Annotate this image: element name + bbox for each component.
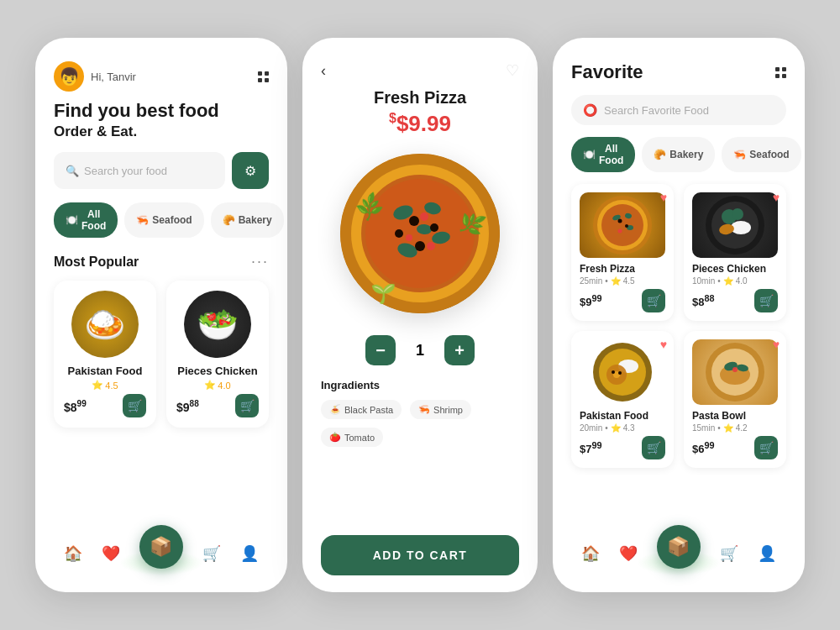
nav-cart-icon[interactable]: 🛒 xyxy=(202,544,221,563)
favorites-title: Favorite xyxy=(571,61,643,83)
svg-point-22 xyxy=(618,219,622,223)
favorite-heart-icon[interactable]: ♥ xyxy=(660,191,667,204)
food-price-row: $999 🛒 xyxy=(580,289,665,312)
bottom-nav: 🏠 ❤️ 📦 🛒 👤 xyxy=(571,518,786,575)
star-icon: ⭐ xyxy=(204,380,216,391)
food-title: Fresh Pizza xyxy=(321,88,519,108)
svg-point-9 xyxy=(409,216,419,226)
food-meta: 20min • ⭐ 4.3 xyxy=(580,423,665,433)
svg-point-3 xyxy=(365,179,475,288)
star-icon: ⭐ xyxy=(611,276,621,286)
tab-seafood[interactable]: 🦐 Seafood xyxy=(124,202,203,238)
svg-point-18 xyxy=(601,204,643,246)
search-icon: ⭕ xyxy=(583,103,597,117)
star-icon: ⭐ xyxy=(92,380,103,391)
fav-card-pasta: ♥ Pasta Bowl 15min • ⭐ 4.2 xyxy=(684,331,786,468)
svg-point-37 xyxy=(618,371,622,375)
favorite-heart-icon[interactable]: ♥ xyxy=(773,338,780,351)
nav-heart-icon[interactable]: ❤️ xyxy=(102,544,120,563)
menu-icon[interactable] xyxy=(775,67,786,78)
headline2: Order & Eat. xyxy=(54,123,269,140)
decrease-quantity-button[interactable]: − xyxy=(365,335,396,365)
most-popular-header: Most Popular ··· xyxy=(54,253,269,270)
nav-heart-icon[interactable]: ❤️ xyxy=(619,544,638,563)
ingredients-title: Ingradients xyxy=(321,379,519,391)
nav-profile-icon[interactable]: 👤 xyxy=(240,544,259,563)
favorites-grid: ♥ Fresh Pizza 25min • ⭐ xyxy=(571,184,786,468)
food-image-curry: 🍛 xyxy=(71,291,139,358)
add-to-cart-button[interactable]: ADD TO CART xyxy=(321,535,519,575)
ingredient-icon: 🦐 xyxy=(418,404,430,415)
food-cards: 🍛 Pakistan Food ⭐ 4.5 $899 🛒 🥗 Pieces Ch… xyxy=(54,281,269,428)
fav-card-pizza: ♥ Fresh Pizza 25min • ⭐ xyxy=(571,184,674,321)
home-header: 👦 Hi, Tanvir xyxy=(54,61,269,92)
ingredients-row: 🍝 Black Pasta 🦐 Shrimp 🍅 Tomato xyxy=(321,400,519,447)
more-button[interactable]: ··· xyxy=(251,253,269,270)
tab-all-food[interactable]: 🍽️ All Food xyxy=(54,202,118,238)
increase-quantity-button[interactable]: + xyxy=(444,335,475,365)
food-price: $$9.99 xyxy=(321,111,519,137)
food-meta: 15min • ⭐ 4.2 xyxy=(692,423,778,433)
tab-icon: 🍽️ xyxy=(583,149,596,160)
filter-button[interactable]: ⚙ xyxy=(232,152,269,189)
food-price: $699 xyxy=(692,440,715,455)
food-price-row: $888 🛒 xyxy=(692,289,778,312)
search-row: 🔍 Search your food ⚙ xyxy=(54,152,269,189)
add-to-cart-button[interactable]: 🛒 xyxy=(642,436,665,459)
tab-bakery[interactable]: 🥐 Bakery xyxy=(642,137,715,172)
category-tabs: 🍽️ All Food 🦐 Seafood 🥐 Bakery xyxy=(54,202,269,238)
favorite-heart-icon[interactable]: ♥ xyxy=(773,191,780,204)
food-name: Pakistan Food xyxy=(580,410,665,422)
avatar: 👦 xyxy=(54,61,84,92)
nav-profile-icon[interactable]: 👤 xyxy=(758,544,776,563)
phone-favorites: Favorite ⭕ Search Favorite Food 🍽️ All F… xyxy=(553,38,805,592)
food-meta: 10min • ⭐ 4.0 xyxy=(692,276,778,286)
nav-cart-icon[interactable]: 🛒 xyxy=(720,544,738,563)
add-to-cart-button[interactable]: 🛒 xyxy=(123,394,146,417)
section-title: Most Popular xyxy=(54,255,139,270)
leaf-decoration: 🌱 xyxy=(368,280,396,307)
nav-center-button[interactable]: 📦 xyxy=(657,525,701,569)
search-icon: 🔍 xyxy=(66,165,79,177)
food-rating: ⭐ 4.0 xyxy=(204,380,230,391)
nav-home-icon[interactable]: 🏠 xyxy=(581,544,600,563)
search-box[interactable]: 🔍 Search your food xyxy=(54,152,225,189)
tab-seafood[interactable]: 🦐 Seafood xyxy=(722,137,801,172)
favorite-button[interactable]: ♡ xyxy=(506,61,519,80)
user-info: 👦 Hi, Tanvir xyxy=(54,61,136,92)
food-card-pakistan: 🍛 Pakistan Food ⭐ 4.5 $899 🛒 xyxy=(54,281,156,428)
back-button[interactable]: ‹ xyxy=(321,62,326,80)
add-to-cart-button[interactable]: 🛒 xyxy=(754,289,778,312)
star-icon: ⭐ xyxy=(611,423,621,433)
quantity-row: − 1 + xyxy=(321,335,519,365)
favorite-heart-icon[interactable]: ♥ xyxy=(660,338,667,351)
search-placeholder: Search Favorite Food xyxy=(604,104,709,117)
greeting-text: Hi, Tanvir xyxy=(91,71,136,83)
fav-card-chicken: ♥ Pieces Chicken 10min • ⭐ xyxy=(684,184,786,321)
food-price: $799 xyxy=(580,440,602,455)
phone-detail: ‹ ♡ Fresh Pizza $$9.99 xyxy=(302,38,538,592)
tab-bakery[interactable]: 🥐 Bakery xyxy=(211,202,284,238)
nav-home-icon[interactable]: 🏠 xyxy=(64,544,82,563)
menu-icon[interactable] xyxy=(258,71,269,82)
favorites-search[interactable]: ⭕ Search Favorite Food xyxy=(571,95,786,125)
food-rating: ⭐ 4.5 xyxy=(92,380,118,391)
nav-center-icon: 📦 xyxy=(150,536,172,558)
tab-icon: 🥐 xyxy=(223,214,235,226)
food-name: Pieces Chicken xyxy=(692,263,778,275)
tab-all-food[interactable]: 🍽️ All Food xyxy=(571,137,635,172)
filter-icon: ⚙ xyxy=(244,163,256,179)
nav-center-icon: 📦 xyxy=(667,536,690,558)
nav-center-button[interactable]: 📦 xyxy=(139,525,183,569)
ingredient-tomato: 🍅 Tomato xyxy=(321,428,383,447)
star-icon: ⭐ xyxy=(723,423,733,433)
add-to-cart-button[interactable]: 🛒 xyxy=(235,394,259,417)
add-to-cart-button[interactable]: 🛒 xyxy=(642,289,665,312)
food-price: $899 xyxy=(64,399,87,414)
tab-icon: 🦐 xyxy=(136,214,149,226)
detail-header: ‹ ♡ xyxy=(321,61,519,80)
headline1: Find you best food xyxy=(54,100,269,122)
ingredient-shrimp: 🦐 Shrimp xyxy=(410,400,471,419)
add-to-cart-button[interactable]: 🛒 xyxy=(754,436,778,459)
svg-point-36 xyxy=(612,370,615,374)
